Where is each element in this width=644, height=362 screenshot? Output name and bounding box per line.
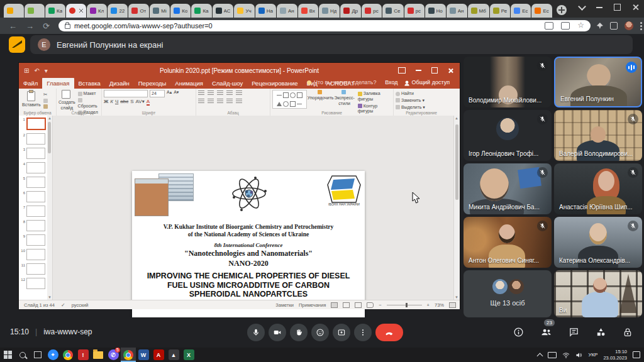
- photos-app-icon[interactable]: ▲: [166, 348, 181, 362]
- grow-font-icon[interactable]: A▴: [167, 90, 172, 97]
- participant-tile-speaking[interactable]: Евгений Полункин: [554, 57, 642, 107]
- more-options-button[interactable]: [354, 324, 372, 341]
- ribbon-tab[interactable]: Главная: [42, 78, 74, 89]
- qat-dropdown-icon[interactable]: ▾: [45, 67, 48, 74]
- share-button[interactable]: Общий доступ: [404, 79, 450, 85]
- spellcheck-icon[interactable]: ✓: [61, 302, 65, 308]
- tab-search-icon[interactable]: [578, 3, 586, 11]
- slide-thumbnail[interactable]: 10: [19, 247, 47, 261]
- ribbon-tab[interactable]: Слайд-шоу: [208, 78, 247, 89]
- slide-thumbnail[interactable]: 4: [19, 160, 47, 175]
- zoom-app-icon[interactable]: ⌖: [45, 348, 60, 362]
- browser-tab[interactable]: Но: [425, 4, 446, 18]
- normal-view-icon[interactable]: [331, 302, 338, 308]
- browser-tab[interactable]: От: [128, 4, 149, 18]
- browser-tab[interactable]: [25, 4, 45, 18]
- slide-thumbnail[interactable]: 1: [19, 116, 47, 131]
- slide-thumbnail[interactable]: 12: [19, 276, 47, 290]
- layout-button[interactable]: Макет: [78, 91, 99, 97]
- ribbon-tab[interactable]: Вставка: [74, 78, 105, 89]
- ppt-minimize-icon[interactable]: [416, 70, 421, 71]
- browser-tab[interactable]: Ан: [447, 4, 467, 18]
- raise-hand-button[interactable]: [290, 324, 308, 341]
- url-text[interactable]: meet.google.com/iwa-wwwv-sep?authuser=0: [74, 22, 213, 30]
- align-center-icon[interactable]: [208, 99, 214, 104]
- browser-tab[interactable]: Кл: [87, 4, 107, 18]
- network-icon[interactable]: [562, 352, 570, 358]
- screen-share-icon[interactable]: [9, 36, 25, 53]
- slide-thumbnail[interactable]: 5: [19, 175, 47, 189]
- underline-button[interactable]: Ч: [115, 99, 118, 104]
- chrome-app-icon[interactable]: [60, 348, 75, 362]
- touch-keyboard-icon[interactable]: [548, 352, 557, 358]
- minimize-icon[interactable]: [596, 7, 602, 8]
- slide-thumbnail[interactable]: 6: [19, 189, 47, 204]
- browser-tab[interactable]: Уч: [234, 4, 254, 18]
- align-left-icon[interactable]: [198, 99, 204, 104]
- action-center-icon[interactable]: [633, 351, 640, 358]
- participant-tile[interactable]: Валерій Володимирови...: [554, 110, 642, 161]
- address-bar[interactable]: meet.google.com/iwa-wwwv-sep?authuser=0 …: [58, 20, 591, 31]
- browser-tab[interactable]: Мб: [468, 4, 489, 18]
- copy-icon[interactable]: [43, 99, 48, 103]
- undo-icon[interactable]: ↶: [34, 67, 39, 74]
- italic-button[interactable]: К: [110, 99, 113, 104]
- mic-button[interactable]: [247, 324, 265, 341]
- browser-tab[interactable]: Вх: [298, 4, 318, 18]
- thumbnail-scrollbar[interactable]: ▲ ▼: [47, 116, 53, 300]
- taskbar-clock[interactable]: 15:10 23.03.2023: [603, 349, 627, 361]
- find-button[interactable]: Найти: [396, 91, 447, 97]
- indent-decrease-icon[interactable]: [217, 90, 223, 96]
- font-name-box[interactable]: [104, 90, 148, 97]
- file-explorer-icon[interactable]: [91, 348, 106, 362]
- notes-button[interactable]: Заметки: [275, 302, 294, 308]
- zoom-slider[interactable]: [387, 305, 422, 305]
- ribbon-tab[interactable]: Файл: [19, 78, 42, 89]
- back-icon[interactable]: ←: [9, 21, 17, 31]
- fit-slide-icon[interactable]: [449, 302, 456, 308]
- browser-tab[interactable]: [66, 4, 86, 18]
- task-view-icon[interactable]: [30, 348, 45, 362]
- shapes-gallery[interactable]: [272, 90, 307, 109]
- tell-me-box[interactable]: Что вы хотите сделать?: [307, 79, 377, 85]
- shrink-font-icon[interactable]: A▾: [174, 90, 179, 97]
- language-switcher[interactable]: УКР: [588, 352, 597, 358]
- browser-tab[interactable]: Ес: [531, 4, 552, 18]
- justify-icon[interactable]: [226, 99, 233, 104]
- maximize-icon[interactable]: [614, 4, 621, 11]
- reactions-button[interactable]: [311, 324, 329, 341]
- taskbar-search-icon[interactable]: [15, 348, 30, 362]
- align-right-icon[interactable]: [217, 99, 223, 104]
- replace-button[interactable]: Заменить ▾: [396, 98, 447, 104]
- browser-tab[interactable]: Се: [382, 4, 403, 18]
- zoom-level[interactable]: 73%: [435, 302, 444, 308]
- participant-tile[interactable]: Микита Андрійович Ба...: [464, 163, 552, 214]
- reload-icon[interactable]: ⟳: [43, 21, 50, 31]
- sidepanel-icon[interactable]: [610, 22, 618, 30]
- volume-icon[interactable]: [575, 352, 582, 358]
- cut-icon[interactable]: ✂: [43, 92, 54, 97]
- chrome-active-app-icon[interactable]: [121, 348, 136, 362]
- meeting-details-icon[interactable]: [513, 327, 524, 337]
- browser-tab[interactable]: Ка: [191, 4, 211, 18]
- people-icon[interactable]: 23: [540, 326, 552, 338]
- browser-tab[interactable]: Мі: [150, 4, 170, 18]
- slide-thumbnail[interactable]: 7: [19, 204, 47, 218]
- numbering-icon[interactable]: [208, 90, 214, 96]
- ppt-close-icon[interactable]: [448, 68, 453, 74]
- activities-icon[interactable]: [596, 327, 606, 337]
- profile-avatar[interactable]: [625, 21, 633, 30]
- zoom-out-icon[interactable]: −: [379, 302, 381, 308]
- line-spacing-icon[interactable]: [236, 90, 242, 96]
- browser-tab[interactable]: Ре: [490, 4, 510, 18]
- select-button[interactable]: Выделить ▾: [396, 105, 447, 111]
- browser-tab[interactable]: Ес: [511, 4, 531, 18]
- start-button[interactable]: [0, 348, 15, 362]
- participant-tile[interactable]: Анастасія Юріївна Шип...: [554, 163, 642, 214]
- char-spacing-icon[interactable]: AV▾: [136, 99, 145, 104]
- antivirus-app-icon[interactable]: !: [75, 348, 91, 362]
- browser-tab[interactable]: Др: [340, 4, 361, 18]
- browser-tab[interactable]: Ка: [45, 4, 65, 18]
- extensions-icon[interactable]: [597, 23, 603, 29]
- viber-app-icon[interactable]: ✆ 5: [106, 348, 121, 362]
